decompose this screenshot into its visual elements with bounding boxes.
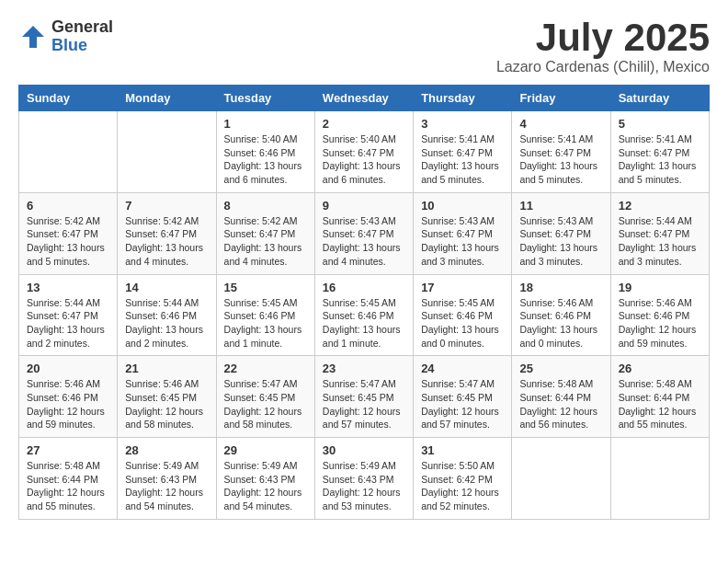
day-info: Sunrise: 5:41 AM Sunset: 6:47 PM Dayligh… [619, 132, 701, 187]
day-info: Sunrise: 5:47 AM Sunset: 6:45 PM Dayligh… [421, 377, 504, 431]
day-number: 10 [421, 199, 504, 213]
day-info: Sunrise: 5:49 AM Sunset: 6:43 PM Dayligh… [323, 459, 405, 513]
day-number: 25 [519, 362, 602, 375]
calendar-cell: 15Sunrise: 5:45 AM Sunset: 6:46 PM Dayli… [216, 274, 314, 356]
calendar-cell [19, 111, 118, 193]
calendar-cell: 3Sunrise: 5:41 AM Sunset: 6:47 PM Daylig… [414, 111, 512, 193]
day-info: Sunrise: 5:46 AM Sunset: 6:46 PM Dayligh… [619, 296, 701, 350]
calendar-header: SundayMondayTuesdayWednesdayThursdayFrid… [19, 86, 710, 111]
calendar-cell: 22Sunrise: 5:47 AM Sunset: 6:45 PM Dayli… [216, 356, 314, 438]
day-number: 14 [125, 281, 208, 294]
day-info: Sunrise: 5:46 AM Sunset: 6:45 PM Dayligh… [125, 377, 208, 431]
calendar-cell: 19Sunrise: 5:46 AM Sunset: 6:46 PM Dayli… [610, 274, 709, 356]
calendar-cell: 6Sunrise: 5:42 AM Sunset: 6:47 PM Daylig… [19, 192, 118, 274]
day-number: 2 [323, 117, 405, 131]
calendar-cell: 13Sunrise: 5:44 AM Sunset: 6:47 PM Dayli… [19, 274, 118, 356]
calendar-cell: 24Sunrise: 5:47 AM Sunset: 6:45 PM Dayli… [414, 356, 512, 438]
day-info: Sunrise: 5:46 AM Sunset: 6:46 PM Dayligh… [519, 296, 602, 350]
calendar-cell [512, 438, 610, 520]
calendar-cell: 12Sunrise: 5:44 AM Sunset: 6:47 PM Dayli… [610, 192, 709, 274]
calendar-cell [610, 438, 709, 520]
calendar-cell: 10Sunrise: 5:43 AM Sunset: 6:47 PM Dayli… [414, 192, 512, 274]
day-info: Sunrise: 5:45 AM Sunset: 6:46 PM Dayligh… [323, 296, 405, 350]
title-area: July 2025 Lazaro Cardenas (Chilil), Mexi… [496, 18, 710, 75]
calendar-cell: 20Sunrise: 5:46 AM Sunset: 6:46 PM Dayli… [19, 356, 118, 438]
calendar-week-row: 1Sunrise: 5:40 AM Sunset: 6:46 PM Daylig… [19, 111, 710, 193]
day-info: Sunrise: 5:44 AM Sunset: 6:46 PM Dayligh… [125, 296, 208, 350]
day-number: 28 [125, 443, 208, 457]
day-info: Sunrise: 5:46 AM Sunset: 6:46 PM Dayligh… [27, 377, 109, 431]
calendar-body: 1Sunrise: 5:40 AM Sunset: 6:46 PM Daylig… [19, 111, 710, 520]
day-info: Sunrise: 5:48 AM Sunset: 6:44 PM Dayligh… [519, 377, 602, 431]
svg-marker-0 [22, 26, 44, 48]
calendar-cell [118, 111, 216, 193]
day-number: 3 [421, 117, 504, 131]
day-info: Sunrise: 5:42 AM Sunset: 6:47 PM Dayligh… [224, 214, 307, 269]
day-number: 8 [224, 199, 307, 213]
calendar-cell: 2Sunrise: 5:40 AM Sunset: 6:47 PM Daylig… [314, 111, 413, 193]
calendar-cell: 16Sunrise: 5:45 AM Sunset: 6:46 PM Dayli… [314, 274, 413, 356]
calendar-cell: 17Sunrise: 5:45 AM Sunset: 6:46 PM Dayli… [414, 274, 512, 356]
day-info: Sunrise: 5:47 AM Sunset: 6:45 PM Dayligh… [224, 377, 307, 431]
day-info: Sunrise: 5:44 AM Sunset: 6:47 PM Dayligh… [27, 296, 109, 350]
logo-blue: Blue [51, 37, 113, 55]
calendar-cell: 23Sunrise: 5:47 AM Sunset: 6:45 PM Dayli… [314, 356, 413, 438]
weekday-header: Wednesday [314, 86, 413, 111]
day-number: 22 [224, 362, 307, 375]
weekday-header: Sunday [19, 86, 118, 111]
calendar-cell: 4Sunrise: 5:41 AM Sunset: 6:47 PM Daylig… [512, 111, 610, 193]
calendar-cell: 31Sunrise: 5:50 AM Sunset: 6:42 PM Dayli… [414, 438, 512, 520]
month-title: July 2025 [496, 18, 710, 57]
day-info: Sunrise: 5:42 AM Sunset: 6:47 PM Dayligh… [27, 214, 109, 269]
day-number: 4 [519, 117, 602, 131]
day-number: 30 [323, 443, 405, 457]
logo-text: General Blue [51, 18, 113, 55]
day-number: 15 [224, 281, 307, 294]
logo-general: General [51, 18, 113, 37]
day-info: Sunrise: 5:42 AM Sunset: 6:47 PM Dayligh… [125, 214, 208, 269]
calendar-cell: 27Sunrise: 5:48 AM Sunset: 6:44 PM Dayli… [19, 438, 118, 520]
day-info: Sunrise: 5:43 AM Sunset: 6:47 PM Dayligh… [519, 214, 602, 269]
day-info: Sunrise: 5:40 AM Sunset: 6:46 PM Dayligh… [224, 132, 307, 187]
day-info: Sunrise: 5:45 AM Sunset: 6:46 PM Dayligh… [224, 296, 307, 350]
day-info: Sunrise: 5:41 AM Sunset: 6:47 PM Dayligh… [421, 132, 504, 187]
location-title: Lazaro Cardenas (Chilil), Mexico [496, 59, 710, 75]
day-number: 21 [125, 362, 208, 375]
weekday-row: SundayMondayTuesdayWednesdayThursdayFrid… [19, 86, 710, 111]
day-info: Sunrise: 5:49 AM Sunset: 6:43 PM Dayligh… [125, 459, 208, 513]
day-number: 6 [27, 199, 109, 213]
calendar-cell: 8Sunrise: 5:42 AM Sunset: 6:47 PM Daylig… [216, 192, 314, 274]
calendar-cell: 26Sunrise: 5:48 AM Sunset: 6:44 PM Dayli… [610, 356, 709, 438]
calendar-week-row: 27Sunrise: 5:48 AM Sunset: 6:44 PM Dayli… [19, 438, 710, 520]
day-info: Sunrise: 5:43 AM Sunset: 6:47 PM Dayligh… [421, 214, 504, 269]
weekday-header: Thursday [414, 86, 512, 111]
day-number: 9 [323, 199, 405, 213]
day-number: 20 [27, 362, 109, 375]
day-number: 1 [224, 117, 307, 131]
day-number: 16 [323, 281, 405, 294]
day-info: Sunrise: 5:45 AM Sunset: 6:46 PM Dayligh… [421, 296, 504, 350]
day-number: 29 [224, 443, 307, 457]
day-number: 7 [125, 199, 208, 213]
calendar: SundayMondayTuesdayWednesdayThursdayFrid… [18, 85, 710, 520]
day-info: Sunrise: 5:44 AM Sunset: 6:47 PM Dayligh… [619, 214, 701, 269]
day-number: 23 [323, 362, 405, 375]
day-number: 26 [619, 362, 701, 375]
day-info: Sunrise: 5:43 AM Sunset: 6:47 PM Dayligh… [323, 214, 405, 269]
day-number: 13 [27, 281, 109, 294]
calendar-cell: 29Sunrise: 5:49 AM Sunset: 6:43 PM Dayli… [216, 438, 314, 520]
day-number: 5 [619, 117, 701, 131]
weekday-header: Monday [118, 86, 216, 111]
calendar-week-row: 20Sunrise: 5:46 AM Sunset: 6:46 PM Dayli… [19, 356, 710, 438]
day-number: 17 [421, 281, 504, 294]
day-info: Sunrise: 5:50 AM Sunset: 6:42 PM Dayligh… [421, 459, 504, 513]
calendar-cell: 14Sunrise: 5:44 AM Sunset: 6:46 PM Dayli… [118, 274, 216, 356]
day-info: Sunrise: 5:49 AM Sunset: 6:43 PM Dayligh… [224, 459, 307, 513]
day-info: Sunrise: 5:41 AM Sunset: 6:47 PM Dayligh… [519, 132, 602, 187]
calendar-cell: 7Sunrise: 5:42 AM Sunset: 6:47 PM Daylig… [118, 192, 216, 274]
day-number: 24 [421, 362, 504, 375]
calendar-cell: 9Sunrise: 5:43 AM Sunset: 6:47 PM Daylig… [314, 192, 413, 274]
weekday-header: Saturday [610, 86, 709, 111]
calendar-cell: 5Sunrise: 5:41 AM Sunset: 6:47 PM Daylig… [610, 111, 709, 193]
calendar-cell: 30Sunrise: 5:49 AM Sunset: 6:43 PM Dayli… [314, 438, 413, 520]
